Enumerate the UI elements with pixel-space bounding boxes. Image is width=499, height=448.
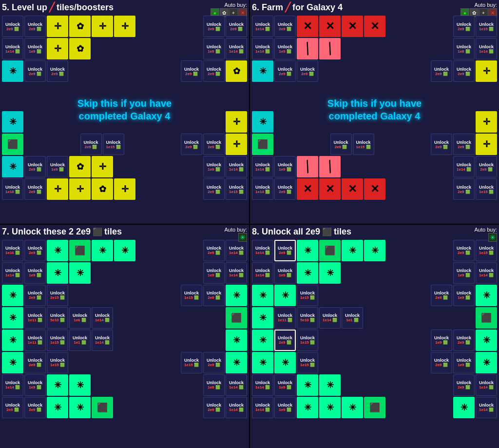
q4-r4c3[interactable]: Unlock5e10 🟩: [297, 307, 318, 329]
q3-star-left3[interactable]: ✳: [2, 330, 23, 351]
q2-tile-r1c2[interactable]: Unlock2e9 🟩: [274, 16, 296, 37]
q2-tile-r3c3[interactable]: Unlock2e9 🟩: [297, 60, 318, 82]
q3-cube-right2[interactable]: ⬛: [226, 307, 247, 329]
q2-tile-r2c2[interactable]: Unlock1e9 🟩: [274, 38, 296, 59]
q3-r4c2[interactable]: Unlock1e11 🟩: [24, 307, 46, 329]
q3-r4c4[interactable]: Unlock1e6 🟩: [69, 307, 91, 329]
q3-r6c3[interactable]: Unlock1e15 🟩: [47, 352, 68, 373]
q4-r2c1[interactable]: Unlock1e14 🟩: [252, 262, 273, 284]
q3-r3c3[interactable]: Unlock2e15 🟩: [47, 285, 68, 306]
q4-gn-cube1[interactable]: ⬛: [319, 240, 341, 261]
q2-tile-yl-move1[interactable]: ✛: [476, 60, 497, 82]
q3-r1c7[interactable]: Unlock2e9 🟩: [203, 240, 225, 261]
q4-r5c5[interactable]: Unlock1e9 🟩: [431, 330, 452, 351]
q3-star-left4[interactable]: ✳: [2, 352, 23, 373]
q4-r2c2[interactable]: Unlock1e9 🟩: [274, 262, 296, 284]
q4-r3c3[interactable]: Unlock1e15 🟩: [297, 285, 318, 306]
q2-tile-pink-slash1[interactable]: ╱: [297, 38, 318, 59]
q4-star-right1[interactable]: ✳: [476, 285, 497, 306]
q3-r8c8[interactable]: Unlock1e14 🟩: [226, 397, 247, 418]
q4-r1c1[interactable]: Unlock1e14 🟩: [252, 240, 273, 261]
tile-yellow-move8[interactable]: ✛: [47, 178, 68, 200]
q4-bg-star6[interactable]: ✳: [274, 285, 296, 306]
q4-r3c6[interactable]: Unlock1e9 🟩: [453, 285, 475, 306]
q3-r7c6[interactable]: Unlock1e9 🟩: [203, 374, 225, 396]
q2-star-r3[interactable]: ✳: [252, 60, 273, 82]
q4-bg-star3[interactable]: ✳: [364, 240, 385, 261]
q2-tile-rd-x8[interactable]: ✕: [364, 178, 385, 200]
q2-tile-r2c7[interactable]: Unlock1e14 🟩: [476, 38, 497, 59]
q3-ab-star-btn[interactable]: ✳: [238, 233, 247, 242]
q4-r5c3[interactable]: Unlock1e15 🟩: [297, 330, 318, 351]
q2-tile-r5c3[interactable]: Unlock2e9 🟩: [330, 134, 352, 155]
q3-r2c2[interactable]: Unlock1e9 🟩: [24, 262, 46, 284]
tile-unlock-r2c6[interactable]: Unlock1e9 🟩: [203, 38, 225, 59]
q4-cube-r4[interactable]: ⬛: [476, 307, 497, 329]
q4-r6c6[interactable]: Unlock1e9 🟩: [453, 352, 475, 373]
q2-tile-red-x1[interactable]: ✕: [297, 16, 318, 37]
q4-r8c1[interactable]: Unlock1e14 🟩: [252, 397, 273, 418]
q3-r5c3[interactable]: Unlock1e15 🟩: [47, 330, 68, 351]
q2-tile-r3c5[interactable]: Unlock2e9 🟩: [431, 60, 452, 82]
tile-star-r4[interactable]: ✳: [2, 111, 23, 133]
tile-unlock-r3c2[interactable]: Unlock2e9 🟩: [24, 60, 46, 82]
q3-r8c7[interactable]: Unlock2e9 🟩: [203, 397, 225, 418]
q3-r1c2[interactable]: Unlock2e9 🟩: [24, 240, 46, 261]
q2-tile-r5c6[interactable]: Unlock2e9 🟩: [431, 134, 452, 155]
q4-r6c3[interactable]: Unlock1e15 🟩: [297, 352, 318, 373]
q4-bg-star9c[interactable]: ✳: [342, 397, 363, 418]
q3-star-right4[interactable]: ✳: [226, 352, 247, 373]
tile-yellow-move10[interactable]: ✛: [114, 178, 135, 200]
q2-tile-r3c2[interactable]: Unlock2e9 🟩: [274, 60, 296, 82]
q3-brightg-star1[interactable]: ✳: [47, 240, 68, 261]
q2-tile-pink-slash4[interactable]: ╱: [319, 156, 341, 177]
q2-tile-r5c4[interactable]: Unlock1e15 🟩: [353, 134, 374, 155]
q2-tile-r2c6[interactable]: Unlock1e8 🟩: [453, 38, 475, 59]
q3-bg-star7b[interactable]: ✳: [69, 374, 91, 396]
q3-r3c5[interactable]: Unlock1e15 🟩: [181, 285, 202, 306]
q4-r1c2[interactable]: Unlock2e9 🟩: [274, 240, 296, 261]
tile-yellow-gear2[interactable]: ✿: [69, 38, 91, 59]
tile-cube-r5[interactable]: ⬛: [2, 134, 23, 155]
tile-unlock-r5c5[interactable]: Unlock2e9 🟩: [181, 134, 202, 155]
q3-star-right3[interactable]: ✳: [226, 330, 247, 351]
q4-r8c8[interactable]: Unlock1e14 🟩: [476, 397, 497, 418]
tile-yellow-move2[interactable]: ✛: [92, 16, 113, 37]
q3-r4c5[interactable]: Unlock1e14 🟩: [92, 307, 113, 329]
tile-yellow-gear3[interactable]: ✿: [226, 60, 247, 82]
q4-bg-star4[interactable]: ✳: [297, 262, 318, 284]
q3-r7c2[interactable]: Unlock1e9 🟩: [24, 374, 46, 396]
tile-unlock-r3c6[interactable]: Unlock2e9 🟩: [203, 60, 225, 82]
q4-star-left3[interactable]: ✳: [252, 330, 273, 351]
q2-tile-red-x2[interactable]: ✕: [319, 16, 341, 37]
q4-r5c2[interactable]: Unlock2e9 🟩: [274, 330, 296, 351]
tile-yellow-move6[interactable]: ✛: [226, 134, 247, 155]
q4-ab-star-btn[interactable]: ✳: [488, 233, 497, 242]
q4-r3c5[interactable]: Unlock2e9 🟩: [431, 285, 452, 306]
tile-unlock-r2c2[interactable]: Unlock1e9 🟩: [24, 38, 46, 59]
q2-tile-red-x3[interactable]: ✕: [342, 16, 363, 37]
q4-bg-star9a[interactable]: ✳: [297, 397, 318, 418]
q2-tile-red-x4[interactable]: ✕: [364, 16, 385, 37]
q3-bg-star8a[interactable]: ✳: [47, 397, 68, 418]
tile-unlock-r3c5[interactable]: Unlock2e9 🟩: [181, 60, 202, 82]
tile-unlock-r1c8[interactable]: Unlock2e9 🟩: [226, 16, 247, 37]
tile-unlock-r5c2[interactable]: Unlock2e9 🟩: [80, 134, 102, 155]
q3-r1c1[interactable]: Unlock1e16 🟩: [2, 240, 23, 261]
tile-unlock-r7c8[interactable]: Unlock1e15 🟩: [226, 178, 247, 200]
q3-r6c5[interactable]: Unlock1e15 🟩: [181, 352, 202, 373]
q2-tile-r1c8[interactable]: Unlock1e15 🟩: [476, 16, 497, 37]
q4-r7c1[interactable]: Unlock1e14 🟩: [252, 374, 273, 396]
q2-tile-rd-x5[interactable]: ✕: [297, 178, 318, 200]
tile-unlock-r2c7[interactable]: Unlock1e14 🟩: [226, 38, 247, 59]
tile-yellow-move1[interactable]: ✛: [47, 16, 68, 37]
q2-tile-r3c6[interactable]: Unlock2e9 🟩: [453, 60, 475, 82]
q4-star-right3[interactable]: ✳: [476, 330, 497, 351]
q2-star-r4[interactable]: ✳: [252, 111, 273, 133]
q3-r3c6[interactable]: Unlock2e9 🟩: [203, 285, 225, 306]
q3-r2c1[interactable]: Unlock1e14 🟩: [2, 262, 23, 284]
q4-r7c7[interactable]: Unlock1e14 🟩: [476, 374, 497, 396]
tile-yellow-gear5[interactable]: ✿: [92, 178, 113, 200]
q3-r2c6[interactable]: Unlock1e9 🟩: [203, 262, 225, 284]
q4-r7c2[interactable]: Unlock1e9 🟩: [274, 374, 296, 396]
